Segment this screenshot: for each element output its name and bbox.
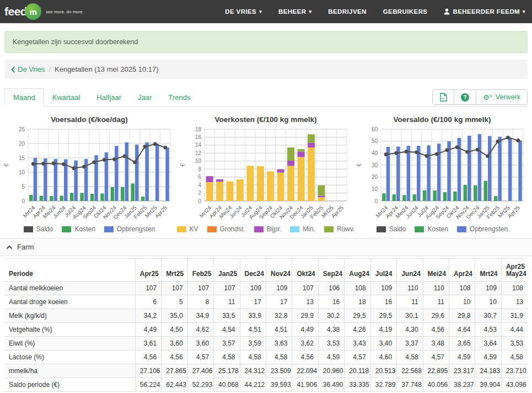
nav-item-gebruikers[interactable]: GEBRUIKERS	[383, 8, 428, 15]
table-cell: 36.490	[318, 378, 344, 392]
column-header-jun24: Jun24	[397, 259, 423, 282]
table-cell: 4,19	[370, 323, 396, 337]
table-cell: 32.789	[370, 378, 396, 392]
table-cell: 20.960	[318, 364, 344, 378]
svg-text:20: 20	[372, 174, 378, 180]
table-cell: 52.293	[187, 378, 213, 392]
tab-halfjaar[interactable]: Halfjaar	[88, 89, 130, 106]
svg-text:25: 25	[19, 126, 25, 132]
table-cell: 35,0	[162, 309, 187, 323]
breadcrumb-back-link[interactable]: De Vries	[11, 65, 45, 73]
verwerk-button[interactable]: ⚙⁰ Verwerk	[476, 90, 527, 104]
table-cell: 107	[292, 282, 318, 295]
svg-text:0: 0	[198, 198, 201, 204]
nav-item-de-vries[interactable]: DE VRIES▾	[225, 8, 262, 15]
legend-item-opbrengsten: Opbrengsten	[104, 225, 155, 233]
table-cell: 17	[266, 295, 292, 309]
feedm-logo[interactable]: feed m see more. do more.	[4, 3, 84, 20]
toolbar-button-group: ? ⚙⁰ Verwerk	[432, 89, 528, 105]
farm-section-header[interactable]: Farm	[0, 238, 532, 256]
table-cell: 29,5	[345, 309, 370, 323]
nav-item-beheerder-feedm[interactable]: BEHEERDER FEEDM▾	[444, 8, 525, 15]
row-label: Aantal droge koeien	[4, 295, 135, 309]
legend-label: Saldo	[36, 225, 53, 233]
table-cell: 109	[475, 282, 501, 295]
row-label: Vetgehalte (%)	[4, 323, 135, 337]
table-cell: 6	[135, 295, 161, 309]
legend-swatch	[177, 226, 186, 232]
nav-item-label: DE VRIES	[225, 8, 256, 15]
svg-text:€: €	[356, 163, 362, 167]
legend-swatch	[104, 226, 114, 232]
svg-text:4: 4	[198, 182, 201, 188]
table-cell: 22.895	[423, 364, 449, 378]
chevron-up-icon	[6, 245, 13, 249]
chart-voersaldo-koe-dag: Voersaldo (€/koe/dag)0510152025Mrt24Apr2…	[1, 109, 178, 233]
table-cell: 33,5	[214, 309, 240, 323]
table-cell: 108	[501, 282, 528, 295]
table-cell: 110	[423, 282, 449, 295]
table-cell: 4,49	[135, 323, 161, 337]
legend-label: Ruwv.	[337, 225, 354, 233]
table-cell: 3,48	[423, 337, 449, 350]
chevron-left-icon	[11, 66, 15, 73]
svg-text:€: €	[180, 163, 186, 167]
table-row-saldo-periode: Saldo periode (€)56.22462.44352.29340.06…	[4, 378, 528, 392]
nav-item-label: BEHEER	[278, 8, 306, 15]
chart-title: Voersaldo (€/koe/dag)	[51, 115, 127, 124]
table-cell: 3,53	[501, 337, 528, 350]
table-cell: 38.237	[449, 378, 475, 392]
table-cell: 27.865	[162, 364, 187, 378]
table-cell: 4,58	[266, 350, 292, 364]
table-cell: 13	[501, 295, 528, 309]
top-nav: feed m see more. do more. DE VRIES▾BEHEE…	[0, 0, 532, 23]
nav-item-bedrijven[interactable]: BEDRIJVEN	[328, 8, 366, 15]
legend-swatch	[457, 226, 466, 232]
tab-kwartaal[interactable]: Kwartaal	[44, 89, 89, 106]
svg-text:50: 50	[372, 138, 378, 144]
svg-text:30: 30	[372, 162, 378, 168]
table-cell: 4,49	[292, 323, 318, 337]
success-alert: Kengetallen zijn succesvol doorberekend	[4, 31, 528, 53]
nav-item-beheer[interactable]: BEHEER▾	[278, 8, 311, 15]
legend-label: Min.	[303, 225, 315, 233]
table-cell: 29,8	[449, 309, 475, 323]
legend-swatch	[377, 226, 386, 232]
charts-row: Voersaldo (€/koe/dag)0510152025Mrt24Apr2…	[0, 107, 532, 233]
table-cell: 108	[449, 282, 475, 295]
table-cell: 27.406	[187, 364, 213, 378]
legend-label: Kosten	[74, 225, 95, 233]
table-cell: 33,9	[240, 309, 266, 323]
legend-item-kosten: Kosten	[62, 225, 95, 233]
table-cell: 17	[240, 295, 266, 309]
tab-maand[interactable]: Maand	[4, 88, 44, 107]
tab-trends[interactable]: Trends	[160, 89, 198, 106]
table-cell: 3,60	[162, 337, 187, 350]
table-row-aantal-droge-koeien: Aantal droge koeien658111717131618161111…	[4, 295, 528, 309]
table-cell: 29,5	[370, 309, 396, 323]
table-cell: 20.118	[345, 364, 370, 378]
chart-legend: SaldoKostenOpbrengsten	[24, 225, 155, 233]
table-cell: 4,51	[240, 323, 266, 337]
help-icon: ?	[461, 93, 469, 102]
table-cell: 107	[135, 282, 161, 295]
table-cell: 4,30	[397, 323, 423, 337]
table-cell: 107	[187, 282, 213, 295]
logo-tagline: see more. do more.	[46, 9, 84, 14]
table-cell: 3,43	[345, 337, 370, 350]
table-row-mmelk-ha: mmelk/ha27.10627.86527.40625.17824.31223…	[4, 364, 528, 378]
help-button[interactable]: ?	[454, 90, 476, 104]
tab-jaar[interactable]: Jaar	[130, 89, 160, 106]
table-cell: 4,59	[318, 350, 344, 364]
table-cell: 16	[318, 295, 344, 309]
table-cell: 4,57	[187, 350, 213, 364]
table-cell: 18	[345, 295, 370, 309]
pdf-export-button[interactable]	[433, 90, 454, 104]
tabs-bar: MaandKwartaalHalfjaarJaarTrends ? ⚙⁰ Ver…	[4, 88, 528, 107]
svg-text:6: 6	[198, 174, 201, 180]
table-cell: 4,58	[501, 350, 528, 364]
table-cell: 37.748	[397, 378, 423, 392]
table-cell: 109	[266, 282, 292, 295]
table-cell: 3,59	[240, 337, 266, 350]
legend-swatch	[24, 226, 33, 232]
